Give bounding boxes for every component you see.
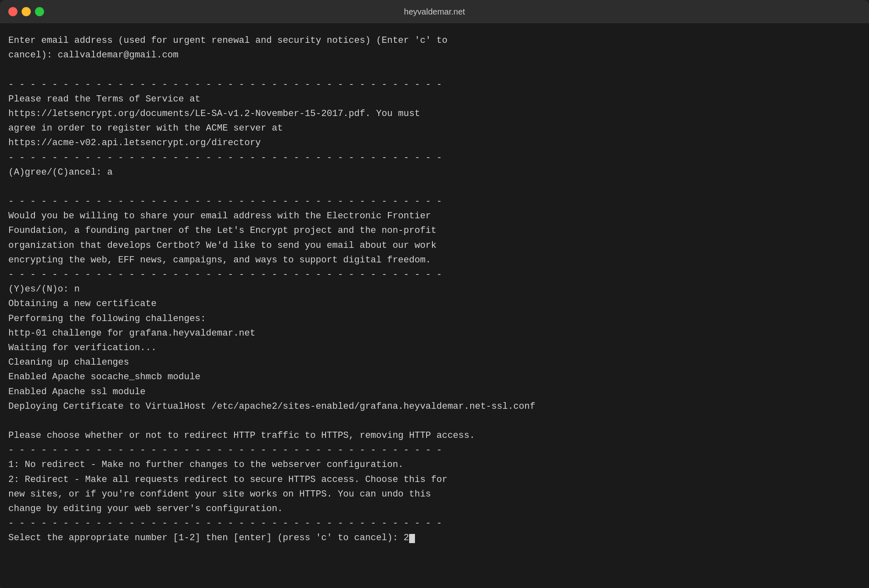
maximize-button[interactable] [35, 7, 44, 16]
traffic-lights [8, 7, 44, 16]
close-button[interactable] [8, 7, 17, 16]
titlebar: heyvaldemar.net [0, 0, 869, 23]
terminal-cursor [409, 534, 415, 543]
window-title: heyvaldemar.net [404, 7, 465, 17]
minimize-button[interactable] [22, 7, 31, 16]
terminal-window: heyvaldemar.net Enter email address (use… [0, 0, 869, 588]
terminal-body[interactable]: Enter email address (used for urgent ren… [0, 23, 869, 588]
